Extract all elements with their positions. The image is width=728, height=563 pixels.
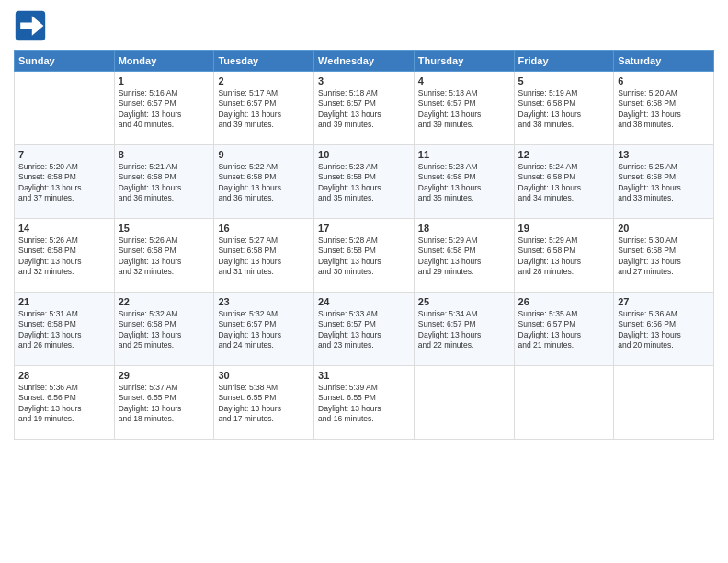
- calendar-cell: [15, 72, 115, 145]
- header-row: SundayMondayTuesdayWednesdayThursdayFrid…: [15, 51, 714, 72]
- calendar-cell: 16Sunrise: 5:27 AM Sunset: 6:58 PM Dayli…: [214, 219, 314, 293]
- day-number: 30: [218, 370, 310, 381]
- day-header-friday: Friday: [514, 51, 614, 72]
- day-number: 10: [318, 149, 410, 160]
- day-info: Sunrise: 5:28 AM Sunset: 6:58 PM Dayligh…: [318, 236, 410, 278]
- day-number: 14: [18, 223, 110, 234]
- day-number: 19: [518, 223, 610, 234]
- day-info: Sunrise: 5:20 AM Sunset: 6:58 PM Dayligh…: [618, 88, 710, 131]
- calendar-cell: 28Sunrise: 5:36 AM Sunset: 6:56 PM Dayli…: [15, 366, 115, 440]
- calendar-cell: 25Sunrise: 5:34 AM Sunset: 6:57 PM Dayli…: [414, 293, 514, 366]
- day-info: Sunrise: 5:37 AM Sunset: 6:55 PM Dayligh…: [119, 383, 210, 425]
- day-number: 16: [218, 223, 310, 234]
- calendar-cell: 20Sunrise: 5:30 AM Sunset: 6:58 PM Dayli…: [614, 219, 714, 293]
- day-header-thursday: Thursday: [414, 51, 514, 72]
- day-info: Sunrise: 5:25 AM Sunset: 6:58 PM Dayligh…: [618, 162, 710, 204]
- day-info: Sunrise: 5:29 AM Sunset: 6:58 PM Dayligh…: [518, 236, 610, 278]
- calendar-cell: 2Sunrise: 5:17 AM Sunset: 6:57 PM Daylig…: [214, 72, 314, 145]
- calendar-cell: 8Sunrise: 5:21 AM Sunset: 6:58 PM Daylig…: [114, 145, 214, 219]
- day-number: 18: [418, 223, 510, 234]
- day-number: 11: [418, 149, 510, 160]
- day-info: Sunrise: 5:30 AM Sunset: 6:58 PM Dayligh…: [618, 236, 710, 278]
- day-header-monday: Monday: [114, 51, 214, 72]
- calendar-cell: 12Sunrise: 5:24 AM Sunset: 6:58 PM Dayli…: [514, 145, 614, 219]
- day-info: Sunrise: 5:17 AM Sunset: 6:57 PM Dayligh…: [218, 88, 310, 131]
- logo: [14, 9, 51, 42]
- day-info: Sunrise: 5:26 AM Sunset: 6:58 PM Dayligh…: [18, 236, 110, 278]
- calendar-cell: 29Sunrise: 5:37 AM Sunset: 6:55 PM Dayli…: [114, 366, 214, 440]
- week-row-1: 1Sunrise: 5:16 AM Sunset: 6:57 PM Daylig…: [15, 72, 714, 145]
- day-info: Sunrise: 5:24 AM Sunset: 6:58 PM Dayligh…: [518, 162, 610, 204]
- day-number: 27: [618, 296, 710, 307]
- logo-icon: [14, 9, 47, 42]
- day-number: 29: [119, 370, 210, 381]
- calendar-cell: 7Sunrise: 5:20 AM Sunset: 6:58 PM Daylig…: [15, 145, 115, 219]
- day-info: Sunrise: 5:31 AM Sunset: 6:58 PM Dayligh…: [18, 309, 110, 351]
- day-number: 20: [618, 223, 710, 234]
- calendar-body: 1Sunrise: 5:16 AM Sunset: 6:57 PM Daylig…: [15, 72, 714, 440]
- day-header-sunday: Sunday: [15, 51, 115, 72]
- day-number: 3: [318, 75, 410, 86]
- day-number: 31: [318, 370, 410, 381]
- day-info: Sunrise: 5:32 AM Sunset: 6:57 PM Dayligh…: [218, 309, 310, 351]
- day-info: Sunrise: 5:21 AM Sunset: 6:58 PM Dayligh…: [119, 162, 210, 204]
- day-number: 24: [318, 296, 410, 307]
- calendar-cell: 3Sunrise: 5:18 AM Sunset: 6:57 PM Daylig…: [314, 72, 415, 145]
- day-number: 17: [318, 223, 410, 234]
- day-info: Sunrise: 5:34 AM Sunset: 6:57 PM Dayligh…: [418, 309, 510, 351]
- day-info: Sunrise: 5:23 AM Sunset: 6:58 PM Dayligh…: [418, 162, 510, 204]
- day-info: Sunrise: 5:33 AM Sunset: 6:57 PM Dayligh…: [318, 309, 410, 351]
- day-number: 26: [518, 296, 610, 307]
- day-number: 23: [218, 296, 310, 307]
- calendar-cell: 24Sunrise: 5:33 AM Sunset: 6:57 PM Dayli…: [314, 293, 415, 366]
- calendar-cell: 15Sunrise: 5:26 AM Sunset: 6:58 PM Dayli…: [114, 219, 214, 293]
- day-info: Sunrise: 5:16 AM Sunset: 6:57 PM Dayligh…: [119, 88, 210, 131]
- calendar-cell: [414, 366, 514, 440]
- calendar-cell: 27Sunrise: 5:36 AM Sunset: 6:56 PM Dayli…: [614, 293, 714, 366]
- day-number: 7: [18, 149, 110, 160]
- calendar-cell: 4Sunrise: 5:18 AM Sunset: 6:57 PM Daylig…: [414, 72, 514, 145]
- calendar-cell: [514, 366, 614, 440]
- calendar-cell: 22Sunrise: 5:32 AM Sunset: 6:58 PM Dayli…: [114, 293, 214, 366]
- calendar-cell: 18Sunrise: 5:29 AM Sunset: 6:58 PM Dayli…: [414, 219, 514, 293]
- calendar-cell: 11Sunrise: 5:23 AM Sunset: 6:58 PM Dayli…: [414, 145, 514, 219]
- day-info: Sunrise: 5:35 AM Sunset: 6:57 PM Dayligh…: [518, 309, 610, 351]
- week-row-4: 21Sunrise: 5:31 AM Sunset: 6:58 PM Dayli…: [15, 293, 714, 366]
- day-info: Sunrise: 5:18 AM Sunset: 6:57 PM Dayligh…: [418, 88, 510, 131]
- calendar-cell: 17Sunrise: 5:28 AM Sunset: 6:58 PM Dayli…: [314, 219, 415, 293]
- calendar-cell: 9Sunrise: 5:22 AM Sunset: 6:58 PM Daylig…: [214, 145, 314, 219]
- calendar-cell: 1Sunrise: 5:16 AM Sunset: 6:57 PM Daylig…: [114, 72, 214, 145]
- day-number: 25: [418, 296, 510, 307]
- day-number: 6: [618, 75, 710, 86]
- calendar-cell: 30Sunrise: 5:38 AM Sunset: 6:55 PM Dayli…: [214, 366, 314, 440]
- day-info: Sunrise: 5:36 AM Sunset: 6:56 PM Dayligh…: [618, 309, 710, 351]
- week-row-2: 7Sunrise: 5:20 AM Sunset: 6:58 PM Daylig…: [15, 145, 714, 219]
- day-number: 13: [618, 149, 710, 160]
- day-number: 12: [518, 149, 610, 160]
- week-row-5: 28Sunrise: 5:36 AM Sunset: 6:56 PM Dayli…: [15, 366, 714, 440]
- day-info: Sunrise: 5:18 AM Sunset: 6:57 PM Dayligh…: [318, 88, 410, 131]
- calendar-table: SundayMondayTuesdayWednesdayThursdayFrid…: [14, 50, 714, 440]
- day-number: 22: [119, 296, 210, 307]
- day-number: 1: [119, 75, 210, 86]
- calendar-cell: 5Sunrise: 5:19 AM Sunset: 6:58 PM Daylig…: [514, 72, 614, 145]
- day-info: Sunrise: 5:32 AM Sunset: 6:58 PM Dayligh…: [119, 309, 210, 351]
- day-header-saturday: Saturday: [614, 51, 714, 72]
- calendar-cell: 6Sunrise: 5:20 AM Sunset: 6:58 PM Daylig…: [614, 72, 714, 145]
- calendar-cell: 19Sunrise: 5:29 AM Sunset: 6:58 PM Dayli…: [514, 219, 614, 293]
- calendar-cell: [614, 366, 714, 440]
- header: [14, 9, 714, 42]
- day-info: Sunrise: 5:36 AM Sunset: 6:56 PM Dayligh…: [18, 383, 110, 425]
- calendar-cell: 10Sunrise: 5:23 AM Sunset: 6:58 PM Dayli…: [314, 145, 415, 219]
- day-info: Sunrise: 5:23 AM Sunset: 6:58 PM Dayligh…: [318, 162, 410, 204]
- day-info: Sunrise: 5:26 AM Sunset: 6:58 PM Dayligh…: [119, 236, 210, 278]
- day-info: Sunrise: 5:39 AM Sunset: 6:55 PM Dayligh…: [318, 383, 410, 425]
- day-info: Sunrise: 5:38 AM Sunset: 6:55 PM Dayligh…: [218, 383, 310, 425]
- day-info: Sunrise: 5:22 AM Sunset: 6:58 PM Dayligh…: [218, 162, 310, 204]
- day-number: 5: [518, 75, 610, 86]
- page: SundayMondayTuesdayWednesdayThursdayFrid…: [0, 0, 728, 563]
- calendar-cell: 23Sunrise: 5:32 AM Sunset: 6:57 PM Dayli…: [214, 293, 314, 366]
- calendar-cell: 21Sunrise: 5:31 AM Sunset: 6:58 PM Dayli…: [15, 293, 115, 366]
- day-number: 9: [218, 149, 310, 160]
- day-number: 21: [18, 296, 110, 307]
